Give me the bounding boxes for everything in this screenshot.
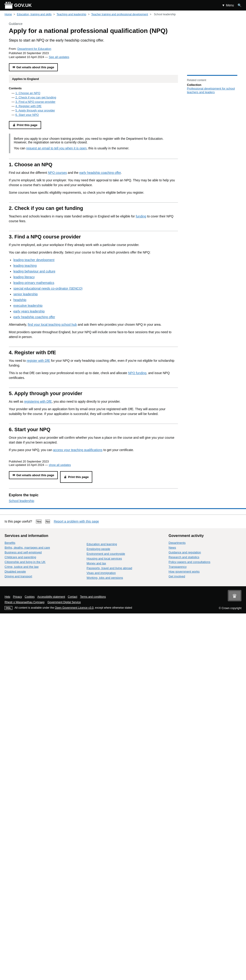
- footer-cookies-link[interactable]: Cookies: [25, 595, 35, 598]
- school-leadership-link[interactable]: School leadership: [9, 499, 34, 503]
- footer-link-item[interactable]: News: [168, 546, 241, 549]
- footer-link-item[interactable]: Benefits: [5, 541, 78, 544]
- section-3-heading: 3. Find a NPQ course provider: [9, 231, 178, 240]
- gov-uk-logo[interactable]: GOV.UK: [5, 2, 32, 9]
- footer-link-item[interactable]: Citizenship and living in the UK: [5, 560, 78, 564]
- footer-link-item[interactable]: Education and learning: [87, 542, 159, 546]
- footer-gds-link[interactable]: Government Digital Service: [48, 601, 81, 604]
- contents-item[interactable]: 4. Register with DfE: [9, 104, 178, 108]
- footer-accessibility-link[interactable]: Accessibility statement: [37, 595, 65, 598]
- list-item[interactable]: early headship coaching offer: [13, 315, 178, 320]
- register-dfe-link[interactable]: register with DfE: [27, 359, 50, 363]
- funding-link[interactable]: funding: [136, 215, 146, 218]
- leading-teaching-link[interactable]: leading teaching: [13, 264, 37, 267]
- early-headship-link[interactable]: early headship coaching offer: [79, 171, 121, 175]
- list-item[interactable]: early years leadership: [13, 309, 178, 314]
- report-problem-link[interactable]: Report a problem with this page: [54, 520, 99, 523]
- early-headship-coaching-link[interactable]: early headship coaching offer: [13, 315, 55, 319]
- show-all-updates-link[interactable]: show all updates: [49, 463, 71, 466]
- footer-link-item[interactable]: Policy papers and consultations: [168, 560, 241, 564]
- section-2-para-1: Teachers and schools leaders in many sta…: [9, 214, 178, 224]
- registering-dfe-link[interactable]: registering with DfE: [24, 400, 52, 403]
- contents-list: 1. Choose an NPQ 2. Check if you can get…: [9, 91, 178, 116]
- senco-link[interactable]: special educational needs co-ordinator (…: [13, 286, 83, 290]
- breadcrumb-teacher-training[interactable]: Teacher training and professional develo…: [91, 13, 148, 16]
- leading-behaviour-link[interactable]: leading behaviour and culture: [13, 269, 56, 273]
- print-button[interactable]: 🖨 Print this page: [9, 121, 41, 129]
- footer-link-item[interactable]: Housing and local services: [87, 557, 159, 560]
- footer-col-3-list: Departments News Guidance and regulation…: [168, 541, 241, 578]
- email-button[interactable]: ✉ Get emails about this page: [9, 63, 58, 71]
- footer-link-item[interactable]: Childcare and parenting: [5, 555, 78, 559]
- footer-link-item[interactable]: Money and tax: [87, 562, 159, 565]
- early-years-link[interactable]: early years leadership: [13, 309, 45, 313]
- bottom-print-button[interactable]: 🖨 Print this page: [60, 471, 92, 483]
- page-useful-question: Is this page useful?: [5, 520, 32, 523]
- from-org-link[interactable]: Department for Education: [17, 47, 51, 51]
- bottom-email-button[interactable]: ✉ Get emails about this page: [9, 471, 58, 479]
- copyright-text: © Crown copyright: [219, 606, 241, 610]
- notice-box: Before you apply to your chosen training…: [9, 134, 178, 153]
- headship-link[interactable]: headship: [13, 298, 27, 302]
- footer-link-item[interactable]: Visas and immigration: [87, 571, 159, 574]
- senior-leadership-link[interactable]: senior leadership: [13, 292, 38, 296]
- related-content-link[interactable]: Professional development for school teac…: [187, 87, 235, 94]
- executive-leadership-link[interactable]: executive leadership: [13, 304, 43, 307]
- footer-contact-link[interactable]: Contact: [68, 595, 77, 598]
- footer-terms-link[interactable]: Terms and conditions: [80, 595, 106, 598]
- footer-link-item[interactable]: Research and statistics: [168, 555, 241, 559]
- updated-date: Last updated 10 April 2024 — See all upd…: [9, 55, 237, 59]
- contents-item[interactable]: 5. Apply through your provider: [9, 109, 178, 112]
- list-item[interactable]: leading teaching: [13, 263, 178, 268]
- search-icon[interactable]: 🔍: [238, 3, 241, 7]
- breadcrumb-education[interactable]: Education, training and skills: [17, 13, 52, 16]
- footer-link-item[interactable]: Guidance and regulation: [168, 550, 241, 554]
- npq-funding-link[interactable]: NPQ funding: [128, 371, 146, 375]
- npq-courses-link[interactable]: NPQ courses: [48, 171, 67, 175]
- contents-item[interactable]: 3. Find a NPQ course provider: [9, 100, 178, 103]
- menu-button[interactable]: ▼ Menu: [222, 3, 234, 7]
- list-item[interactable]: leading teacher development: [13, 258, 178, 262]
- footer-link-item[interactable]: Employing people: [87, 547, 159, 550]
- contents-item[interactable]: 6. Start your NPQ: [9, 113, 178, 116]
- contents-item[interactable]: 2. Check if you can get funding: [9, 96, 178, 99]
- leading-maths-link[interactable]: leading primary mathematics: [13, 281, 54, 285]
- footer-link-item[interactable]: Working, jobs and pensions: [87, 576, 159, 579]
- ogl-link[interactable]: Open Government Licence v3.0: [55, 606, 94, 609]
- page-useful-section: Is this page useful? Yes No Report a pro…: [0, 515, 246, 528]
- footer-link-item[interactable]: Departments: [168, 541, 241, 544]
- list-item[interactable]: special educational needs co-ordinator (…: [13, 286, 178, 291]
- breadcrumb-teaching[interactable]: Teaching and leadership: [56, 13, 86, 16]
- footer-link-item[interactable]: Passports, travel and living abroad: [87, 566, 159, 570]
- leading-teacher-dev-link[interactable]: leading teacher development: [13, 258, 55, 262]
- bottom-published: Published 20 September 2023: [9, 460, 178, 463]
- see-all-updates-link[interactable]: See all updates: [49, 55, 69, 59]
- footer-link-item[interactable]: Business and self-employed: [5, 550, 78, 554]
- footer-link-item[interactable]: Births, deaths, marriages and care: [5, 546, 78, 549]
- notice-link[interactable]: request an email to tell you when it is …: [26, 146, 87, 150]
- footer-link-item[interactable]: How government works: [168, 570, 241, 573]
- leading-literacy-link[interactable]: leading literacy: [13, 275, 35, 279]
- footer-link-item[interactable]: Driving and transport: [5, 574, 78, 578]
- list-item[interactable]: executive leadership: [13, 303, 178, 308]
- list-item[interactable]: leading literacy: [13, 275, 178, 280]
- list-item[interactable]: leading behaviour and culture: [13, 269, 178, 274]
- footer-link-item[interactable]: Transparency: [168, 565, 241, 568]
- footer-link-item[interactable]: Crime, justice and the law: [5, 565, 78, 568]
- footer-link-item[interactable]: Environment and countryside: [87, 552, 159, 555]
- breadcrumb-home[interactable]: Home: [5, 13, 12, 16]
- teaching-school-hub-link[interactable]: find your local teaching school hub: [28, 323, 77, 326]
- footer-link-item[interactable]: Get involved: [168, 574, 241, 578]
- section-register-dfe: 4. Register with DfE You need to registe…: [9, 347, 178, 380]
- footer-privacy-link[interactable]: Privacy: [13, 595, 22, 598]
- contents-item[interactable]: 1. Choose an NPQ: [9, 91, 178, 95]
- footer-welsh-link[interactable]: Rhestr o Wasanaethau Cymraeg: [5, 601, 44, 604]
- list-item[interactable]: headship: [13, 298, 178, 302]
- footer-link-item[interactable]: Disabled people: [5, 570, 78, 573]
- yes-button[interactable]: Yes: [36, 519, 42, 524]
- no-button[interactable]: No: [45, 519, 50, 524]
- list-item[interactable]: leading primary mathematics: [13, 280, 178, 285]
- list-item[interactable]: senior leadership: [13, 292, 178, 297]
- teaching-qualifications-link[interactable]: access your teaching qualifications: [53, 448, 102, 452]
- footer-help-link[interactable]: Help: [5, 595, 10, 598]
